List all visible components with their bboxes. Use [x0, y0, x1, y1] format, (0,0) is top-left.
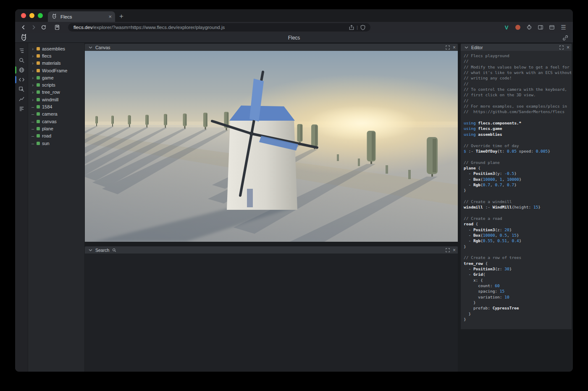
close-panel-icon[interactable]: ×	[453, 248, 456, 252]
expand-chevron-icon[interactable]: ›	[31, 47, 34, 51]
collapse-chevron-icon[interactable]	[87, 45, 93, 50]
expand-chevron-icon[interactable]: ›	[31, 69, 34, 73]
tree-item-1584[interactable]: –1584	[28, 103, 84, 110]
bookmark-panel-icon[interactable]	[52, 23, 62, 32]
tree-item-materials[interactable]: ›materials	[28, 60, 84, 67]
tree-item-flecs[interactable]: ›flecs	[28, 52, 84, 59]
fullscreen-icon[interactable]	[559, 45, 564, 50]
code-line: // first click on the 3D view.	[464, 92, 572, 98]
code-editor[interactable]: // Flecs playground//// Modify the value…	[461, 51, 572, 329]
close-panel-icon[interactable]: ×	[453, 45, 456, 50]
entity-kind-icon	[37, 142, 40, 145]
entity-label: road	[42, 133, 51, 138]
page-title: Flecs	[15, 35, 573, 41]
code-line: }	[464, 188, 572, 193]
search-icon	[111, 248, 117, 253]
tree-item-camera[interactable]: –camera	[28, 111, 84, 118]
shield-icon[interactable]	[359, 24, 367, 31]
side-panel-icon[interactable]	[537, 24, 544, 31]
code-line: // For more examples, see examples/plecs…	[464, 103, 572, 109]
chart-icon[interactable]	[15, 94, 28, 104]
code-line: // Create a road	[464, 216, 572, 221]
stats-list-icon[interactable]	[15, 104, 28, 114]
code-line: count: 60	[464, 283, 572, 288]
search-panel-icon[interactable]	[15, 55, 28, 65]
flecs-favicon-icon	[51, 13, 58, 20]
entity-label: WoodFrame	[42, 68, 67, 73]
code-line: road {	[464, 221, 572, 227]
inspector-icon[interactable]	[15, 85, 28, 94]
back-button[interactable]	[18, 23, 29, 32]
tree-item-sun[interactable]: –sun	[28, 140, 84, 147]
expand-chevron-icon[interactable]: ›	[31, 90, 34, 94]
collapse-chevron-icon[interactable]	[87, 248, 93, 253]
entity-kind-icon	[37, 90, 40, 94]
tab-title: Flecs	[60, 14, 105, 19]
expand-chevron-icon[interactable]: ›	[31, 61, 34, 65]
code-line: // writing any code!	[464, 75, 572, 81]
code-line: windmill :- WindMill{height: 15}	[464, 204, 572, 210]
canvas-world-icon[interactable]	[15, 65, 28, 75]
code-line: // Ground plane	[464, 160, 572, 165]
tree-item-WoodFrame[interactable]: ›WoodFrame	[28, 67, 84, 74]
entity-label: tree_row	[42, 90, 60, 95]
tree-item-tree_row[interactable]: ›tree_row	[28, 89, 84, 96]
v-extension-icon[interactable]: V	[503, 24, 510, 31]
code-line: - Rgb{0.7, 0.7, 0.7}	[464, 182, 572, 188]
forward-button[interactable]	[29, 23, 39, 32]
new-tab-button[interactable]: +	[115, 12, 129, 22]
tree-item-canvas[interactable]: –canvas	[28, 118, 84, 125]
editor-code: // Flecs playground//// Modify the value…	[464, 53, 572, 322]
tree-item-scripts[interactable]: ›scripts	[28, 81, 84, 88]
code-line: }	[464, 317, 572, 322]
collapse-chevron-icon[interactable]	[463, 45, 469, 50]
entity-tree-list: ›assemblies›flecs›materials›WoodFrame›ga…	[28, 45, 84, 147]
tree-item-road[interactable]: –road	[28, 132, 84, 140]
minimize-window-button[interactable]	[29, 13, 34, 18]
tree-item-plane[interactable]: –plane	[28, 125, 84, 132]
tree-item-assemblies[interactable]: ›assemblies	[28, 45, 84, 52]
editor-panel: Editor × // Flecs playground//// Modify …	[461, 44, 572, 329]
entity-kind-icon	[37, 47, 40, 50]
fullscreen-icon[interactable]	[445, 248, 451, 253]
extension-dot-icon[interactable]	[514, 24, 522, 31]
reload-button[interactable]	[39, 23, 49, 32]
zoom-window-button[interactable]	[38, 13, 43, 18]
code-line: - Position3{z: 20}	[464, 227, 572, 232]
close-panel-icon[interactable]: ×	[567, 45, 570, 50]
fullscreen-icon[interactable]	[445, 45, 451, 50]
code-editor-icon[interactable]	[15, 75, 28, 85]
code-line: // Modify the values below to get a feel…	[464, 64, 572, 70]
tab-close-icon[interactable]: ×	[108, 13, 112, 20]
tree-item-windmill[interactable]: ›windmill	[28, 96, 84, 103]
code-line	[464, 249, 572, 255]
code-line: - Grid{	[464, 272, 572, 277]
entity-tree-icon[interactable]	[15, 46, 28, 55]
tree-item-game[interactable]: ›game	[28, 74, 84, 81]
browser-window: Flecs × + flecs.dev /explorer/?wasm=http…	[15, 9, 573, 372]
expand-chevron-icon[interactable]: ›	[31, 54, 34, 58]
expand-chevron-icon[interactable]: ›	[31, 76, 34, 80]
3d-canvas[interactable]	[85, 51, 458, 242]
share-icon[interactable]	[347, 24, 356, 31]
extensions-puzzle-icon[interactable]	[525, 24, 533, 31]
browser-toolbar: flecs.dev /explorer/?wasm=https://www.fl…	[15, 22, 573, 33]
expand-chevron-icon[interactable]: ›	[31, 83, 34, 87]
code-line: // To control the camera with the keyboa…	[464, 87, 572, 92]
browser-menu-icon[interactable]: ☰	[559, 24, 567, 31]
flecs-logo-icon	[20, 34, 28, 42]
editor-panel-header: Editor ×	[461, 44, 572, 51]
code-line: - Box{10000, 0.5, 15}	[464, 232, 572, 238]
address-bar[interactable]: flecs.dev /explorer/?wasm=https://www.fl…	[68, 23, 370, 32]
code-line	[464, 154, 572, 159]
share-link-icon[interactable]	[562, 34, 569, 41]
code-line: //	[464, 98, 572, 103]
code-line: }	[464, 311, 572, 317]
expand-chevron-icon[interactable]: ›	[31, 98, 34, 102]
code-line	[464, 115, 572, 120]
close-window-button[interactable]	[21, 13, 26, 18]
tab-group-icon[interactable]	[548, 24, 556, 31]
browser-tab-flecs[interactable]: Flecs ×	[48, 11, 115, 22]
tab-strip: Flecs × +	[15, 9, 573, 22]
app-header: Flecs	[15, 33, 573, 43]
